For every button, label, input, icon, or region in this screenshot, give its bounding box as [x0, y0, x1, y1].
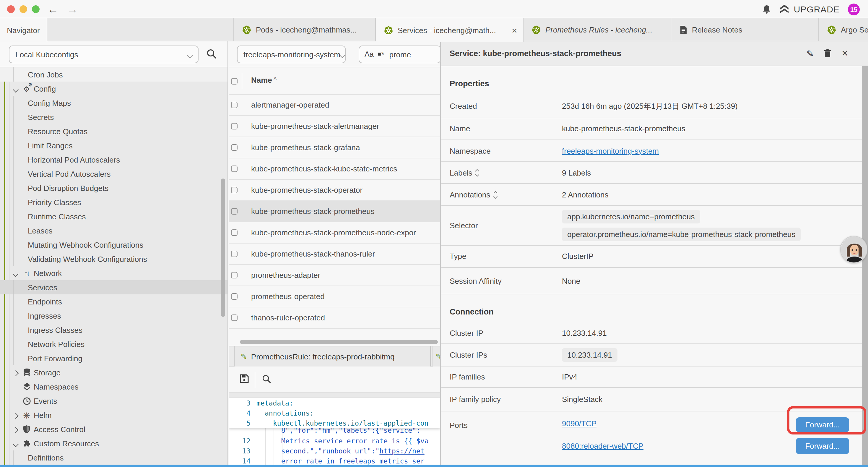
- table-row[interactable]: kube-prometheus-stack-prometheus-node-ex…: [229, 222, 440, 243]
- tab-services-icecheng-math-[interactable]: Services - icecheng@math...×: [376, 18, 524, 42]
- tab-argo-se[interactable]: Argo Se: [819, 18, 868, 41]
- tab-pods-icecheng-mathmas-[interactable]: Pods - icecheng@mathmas...: [234, 18, 376, 41]
- sidebar-item-pod-disruption-budgets[interactable]: Pod Disruption Budgets: [0, 181, 227, 195]
- code-line: 8","for":"hm","labels":{"service":: [229, 428, 440, 435]
- sidebar-item-secrets[interactable]: Secrets: [0, 110, 227, 124]
- notification-count-badge[interactable]: 15: [848, 3, 860, 15]
- save-icon[interactable]: [239, 374, 249, 384]
- sidebar-item-definitions[interactable]: Definitions: [0, 450, 227, 465]
- sidebar-item-storage[interactable]: Storage: [0, 365, 227, 380]
- sidebar-item-port-forwarding[interactable]: Port Forwarding: [0, 351, 227, 365]
- sidebar-item-ingresses[interactable]: Ingresses: [0, 309, 227, 323]
- notifications-bell-icon[interactable]: [763, 4, 771, 14]
- sidebar-item-vertical-pod-autoscalers[interactable]: Vertical Pod Autoscalers: [0, 167, 227, 181]
- chevron-right-icon[interactable]: [13, 411, 18, 419]
- sidebar-item-events[interactable]: Events: [0, 394, 227, 408]
- table-row[interactable]: kube-prometheus-stack-grafana: [229, 137, 440, 158]
- close-tab-icon[interactable]: ×: [508, 25, 517, 35]
- sidebar-item-config[interactable]: ⚙⚙Config: [0, 82, 227, 96]
- editor-tab-partial[interactable]: ✎: [433, 346, 441, 367]
- sidebar-item-network[interactable]: ↑↓Network: [0, 266, 227, 280]
- row-checkbox[interactable]: [231, 123, 238, 129]
- delete-resource-icon[interactable]: [824, 49, 832, 58]
- row-checkbox[interactable]: [231, 251, 238, 257]
- editor-search-icon[interactable]: [262, 374, 271, 384]
- table-horizontal-scrollbar[interactable]: [240, 340, 438, 344]
- table-row[interactable]: kube-prometheus-stack-kube-state-metrics: [229, 158, 440, 180]
- table-row[interactable]: kube-prometheus-stack-alertmanager: [229, 116, 440, 137]
- table-row[interactable]: thanos-ruler-operated: [229, 308, 440, 329]
- sidebar-item-priority-classes[interactable]: Priority Classes: [0, 195, 227, 209]
- sidebar-item-network-policies[interactable]: Network Policies: [0, 337, 227, 351]
- chevron-right-icon[interactable]: [13, 425, 18, 434]
- sidebar-scrollbar[interactable]: [221, 178, 225, 317]
- sort-toggle-icon[interactable]: [476, 169, 479, 176]
- name-column-header[interactable]: Name: [251, 76, 272, 85]
- sidebar-item-limit-ranges[interactable]: Limit Ranges: [0, 138, 227, 152]
- regex-toggle-icon[interactable]: *: [378, 52, 385, 57]
- row-checkbox[interactable]: [231, 144, 238, 151]
- sidebar-item-mutating-webhook-configurations[interactable]: Mutating Webhook Configurations: [0, 238, 227, 252]
- row-checkbox[interactable]: [231, 229, 238, 236]
- port-link[interactable]: 9090/TCP: [562, 419, 596, 428]
- sidebar-item-custom-resources[interactable]: Custom Resources: [0, 436, 227, 450]
- row-checkbox[interactable]: [231, 102, 238, 108]
- chevron-right-icon[interactable]: [13, 368, 18, 377]
- sidebar-item-services[interactable]: Services: [0, 280, 227, 294]
- table-row[interactable]: alertmanager-operated: [229, 95, 440, 116]
- sidebar-item-runtime-classes[interactable]: Runtime Classes: [0, 209, 227, 224]
- navigator-tab[interactable]: Navigator: [0, 18, 47, 42]
- table-row[interactable]: prometheus-operated: [229, 286, 440, 308]
- tab-release-notes[interactable]: Release Notes: [671, 18, 819, 41]
- table-row[interactable]: kube-prometheus-stack-prometheus: [229, 201, 440, 222]
- port-link[interactable]: 8080:reloader-web/TCP: [562, 441, 644, 450]
- sidebar-item-access-control[interactable]: Access Control: [0, 422, 227, 436]
- zoom-window-button[interactable]: [32, 5, 39, 13]
- match-case-toggle[interactable]: Aa: [365, 50, 374, 59]
- tab-prometheus-rules-icechen[interactable]: Prometheus Rules - icecheng...: [524, 18, 671, 41]
- sidebar-item-endpoints[interactable]: Endpoints: [0, 294, 227, 309]
- user-avatar[interactable]: [840, 236, 867, 263]
- row-checkbox[interactable]: [231, 166, 238, 172]
- sidebar-item-leases[interactable]: Leases: [0, 224, 227, 238]
- sidebar-item-namespaces[interactable]: Namespaces: [0, 380, 227, 394]
- sidebar-item-horizontal-pod-autoscalers[interactable]: Horizontal Pod Autoscalers: [0, 152, 227, 167]
- back-button[interactable]: ←: [47, 1, 59, 17]
- section-heading-properties: Properties: [441, 66, 862, 95]
- close-window-button[interactable]: [7, 5, 15, 13]
- upgrade-button[interactable]: UPGRADE: [780, 4, 840, 14]
- forward-button[interactable]: Forward...: [796, 438, 849, 454]
- list-search-input[interactable]: Aa * prome: [359, 46, 441, 63]
- yaml-editor[interactable]: 3metadata:4annotations:5kubectl.kubernet…: [229, 398, 440, 465]
- sidebar-item-ingress-classes[interactable]: Ingress Classes: [0, 323, 227, 337]
- filter-bar: freeleaps-monitoring-system Aa * prome: [229, 41, 440, 67]
- row-checkbox[interactable]: [231, 315, 238, 321]
- sidebar-item-validating-webhook-configurations[interactable]: Validating Webhook Configurations: [0, 252, 227, 266]
- sort-toggle-icon[interactable]: [494, 191, 497, 198]
- table-row[interactable]: kube-prometheus-stack-thanos-ruler: [229, 243, 440, 265]
- chevron-down-icon[interactable]: [13, 84, 18, 93]
- editor-tab-prometheusrule[interactable]: ✎ PrometheusRule: freeleaps-prod-rabbitm…: [234, 346, 431, 367]
- edit-resource-icon[interactable]: ✎: [807, 48, 814, 59]
- sidebar-item-helm[interactable]: ⎈Helm: [0, 408, 227, 422]
- table-row[interactable]: kube-prometheus-stack-operator: [229, 180, 440, 201]
- table-row[interactable]: prometheus-adapter: [229, 265, 440, 286]
- sidebar-item-cron-jobs[interactable]: Cron Jobs: [0, 67, 227, 82]
- namespace-link[interactable]: freeleaps-monitoring-system: [562, 146, 659, 155]
- row-checkbox[interactable]: [231, 208, 238, 214]
- sidebar-item-config-maps[interactable]: Config Maps: [0, 96, 227, 110]
- detail-scrollbar[interactable]: [862, 66, 868, 465]
- select-all-checkbox[interactable]: [231, 78, 238, 85]
- row-checkbox[interactable]: [231, 272, 238, 279]
- row-checkbox[interactable]: [231, 293, 238, 300]
- namespace-select[interactable]: freeleaps-monitoring-system: [237, 46, 346, 63]
- sidebar-search-icon[interactable]: [206, 49, 217, 59]
- chevron-down-icon[interactable]: [13, 269, 18, 278]
- minimize-window-button[interactable]: [20, 5, 27, 13]
- close-detail-icon[interactable]: ×: [842, 47, 848, 60]
- sort-asc-icon[interactable]: ^: [274, 76, 277, 83]
- row-checkbox[interactable]: [231, 187, 238, 193]
- kubeconfig-select[interactable]: Local Kubeconfigs: [9, 46, 198, 63]
- sidebar-item-resource-quotas[interactable]: Resource Quotas: [0, 124, 227, 138]
- chevron-down-icon[interactable]: [13, 439, 18, 448]
